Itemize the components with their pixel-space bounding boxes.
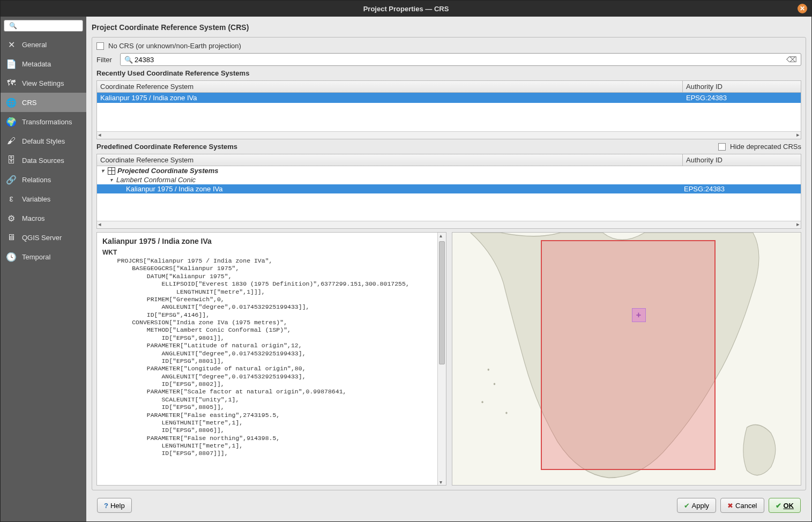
- recent-hscroll[interactable]: [97, 131, 801, 139]
- svg-point-4: [505, 412, 507, 414]
- svg-point-1: [487, 369, 489, 371]
- hide-deprecated-label: Hide deprecated CRSs: [730, 143, 801, 151]
- filter-label: Filter: [96, 56, 116, 64]
- sidebar-item-label: Temporal: [22, 253, 50, 261]
- sidebar-item-qgis-server[interactable]: 🖥QGIS Server: [1, 228, 86, 247]
- sidebar-item-label: Metadata: [22, 60, 51, 68]
- server-icon: 🖥: [6, 232, 17, 243]
- button-label: Help: [110, 502, 125, 510]
- col-crs-header[interactable]: Coordinate Reference System: [97, 154, 683, 166]
- sidebar-item-label: Variables: [22, 195, 50, 203]
- no-crs-checkbox[interactable]: [96, 42, 104, 50]
- hide-deprecated-checkbox[interactable]: [718, 143, 726, 151]
- sidebar-item-transformations[interactable]: 🌍Transformations: [1, 112, 86, 131]
- close-icon[interactable]: ✕: [798, 4, 807, 13]
- crs-details-panel: Kalianpur 1975 / India zone IVa WKT PROJ…: [96, 232, 446, 486]
- tree-group-projected[interactable]: ▾ Projected Coordinate Systems: [97, 166, 801, 175]
- settings-icon: ✕: [6, 39, 17, 50]
- sidebar-search: 🔍: [4, 20, 83, 32]
- predef-title: Predefined Coordinate Reference Systems: [96, 143, 237, 151]
- sidebar-item-label: General: [22, 41, 47, 49]
- sidebar-item-label: View Settings: [22, 79, 64, 87]
- svg-point-2: [493, 383, 495, 385]
- styles-icon: 🖌: [6, 136, 17, 146]
- col-auth-header[interactable]: Authority ID: [683, 81, 801, 92]
- recent-title: Recently Used Coordinate Reference Syste…: [96, 69, 801, 77]
- titlebar: Project Properties — CRS ✕: [1, 1, 811, 17]
- clock-icon: 🕓: [6, 251, 17, 262]
- metadata-icon: 📄: [6, 58, 17, 69]
- sidebar-item-label: QGIS Server: [22, 234, 62, 242]
- db-icon: 🗄: [6, 155, 17, 166]
- crs-auth-cell: EPSG:24383: [683, 93, 801, 103]
- details-vscroll[interactable]: [437, 233, 446, 485]
- sidebar-item-label: CRS: [22, 99, 36, 107]
- sidebar-item-label: Default Styles: [22, 137, 65, 145]
- expand-icon[interactable]: ▾: [99, 168, 106, 174]
- button-label: Apply: [692, 502, 710, 510]
- check-icon: ✔: [684, 502, 690, 510]
- window-title: Project Properties — CRS: [363, 5, 449, 13]
- grid-icon: [108, 167, 115, 175]
- tree-auth: EPSG:24383: [684, 185, 799, 193]
- sidebar-item-variables[interactable]: εVariables: [1, 189, 86, 208]
- sidebar-item-data-sources[interactable]: 🗄Data Sources: [1, 151, 86, 170]
- sidebar-item-temporal[interactable]: 🕓Temporal: [1, 247, 86, 266]
- sidebar-item-label: Macros: [22, 214, 45, 222]
- clear-filter-icon[interactable]: ⌫: [786, 55, 797, 64]
- crs-extent-map: +: [452, 232, 802, 486]
- wkt-text: PROJCRS["Kalianpur 1975 / India zone IVa…: [102, 257, 432, 458]
- sidebar-item-view-settings[interactable]: 🗺View Settings: [1, 73, 86, 93]
- variables-icon: ε: [6, 193, 17, 204]
- relations-icon: 🔗: [6, 174, 17, 185]
- col-auth-header[interactable]: Authority ID: [683, 154, 801, 166]
- cancel-icon: ✖: [727, 502, 733, 510]
- no-crs-label: No CRS (or unknown/non-Earth projection): [108, 42, 241, 50]
- help-icon: ?: [104, 502, 108, 510]
- sidebar-item-relations[interactable]: 🔗Relations: [1, 170, 86, 189]
- svg-point-3: [481, 401, 483, 403]
- crs-center-marker: +: [632, 308, 646, 322]
- col-crs-header[interactable]: Coordinate Reference System: [97, 81, 683, 92]
- button-label: OK: [784, 502, 794, 510]
- transform-icon: 🌍: [6, 116, 17, 127]
- button-label: Cancel: [735, 502, 757, 510]
- wkt-heading: WKT: [102, 249, 432, 256]
- macros-icon: ⚙: [6, 213, 17, 223]
- crs-details-name: Kalianpur 1975 / India zone IVa: [102, 237, 432, 245]
- ok-button[interactable]: ✔OK: [769, 498, 801, 513]
- page-title: Project Coordinate Reference System (CRS…: [92, 21, 806, 34]
- sidebar-item-default-styles[interactable]: 🖌Default Styles: [1, 131, 86, 151]
- sidebar-item-label: Relations: [22, 176, 51, 184]
- crs-extent-rectangle: [541, 240, 715, 470]
- sidebar-item-general[interactable]: ✕General: [1, 35, 86, 54]
- sidebar-item-macros[interactable]: ⚙Macros: [1, 208, 86, 228]
- sidebar-item-label: Data Sources: [22, 156, 64, 165]
- check-icon: ✔: [776, 502, 781, 510]
- help-button[interactable]: ?Help: [97, 498, 132, 513]
- expand-icon[interactable]: ▾: [108, 177, 114, 183]
- cancel-button[interactable]: ✖Cancel: [720, 498, 764, 513]
- filter-input[interactable]: [120, 53, 801, 66]
- crs-name-cell: Kalianpur 1975 / India zone IVa: [97, 93, 683, 103]
- view-icon: 🗺: [6, 78, 17, 88]
- table-row[interactable]: Kalianpur 1975 / India zone IVaEPSG:2438…: [97, 93, 801, 103]
- tree-label: Projected Coordinate Systems: [117, 167, 219, 175]
- tree-group-lcc[interactable]: ▾ Lambert Conformal Conic: [97, 175, 801, 184]
- sidebar: 🔍 ✕General📄Metadata🗺View Settings🌐CRS🌍Tr…: [1, 17, 86, 521]
- predef-hscroll[interactable]: [97, 221, 801, 228]
- tree-item-crs[interactable]: Kalianpur 1975 / India zone IVa EPSG:243…: [97, 184, 801, 193]
- sidebar-item-crs[interactable]: 🌐CRS: [1, 93, 86, 112]
- sidebar-item-metadata[interactable]: 📄Metadata: [1, 54, 86, 73]
- sidebar-search-input[interactable]: [4, 20, 83, 32]
- predef-crs-tree: Coordinate Reference System Authority ID…: [96, 154, 801, 229]
- tree-label: Kalianpur 1975 / India zone IVa: [126, 185, 222, 193]
- recent-crs-table: Coordinate Reference System Authority ID…: [96, 80, 801, 139]
- apply-button[interactable]: ✔Apply: [677, 498, 717, 513]
- sidebar-item-label: Transformations: [22, 118, 72, 126]
- tree-label: Lambert Conformal Conic: [116, 176, 196, 184]
- globe-icon: 🌐: [6, 97, 17, 108]
